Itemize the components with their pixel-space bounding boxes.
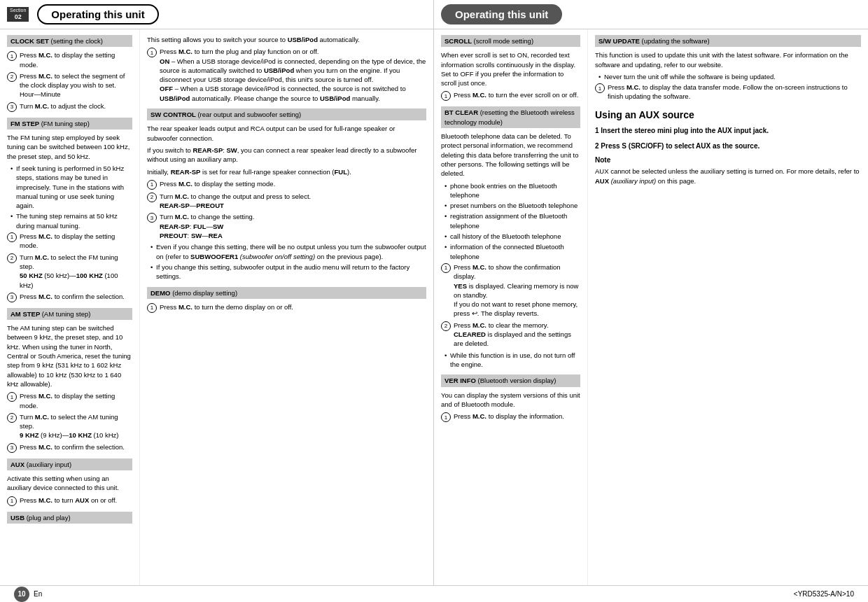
sw-ctrl-bullet-1: • Even if you change this setting, there…	[147, 242, 426, 261]
section-num: 02	[15, 13, 22, 21]
using-aux-section: Using an AUX source 1 Insert the stereo …	[595, 108, 861, 186]
header: Section 02 Operating this unit Operating…	[0, 0, 868, 29]
step-num-2: 2	[7, 72, 17, 82]
clock-step-2: 2 Press M.C. to select the segment of th…	[7, 71, 132, 99]
fm-step-1: 1 Press M.C. to display the setting mode…	[7, 232, 132, 251]
fm-step-2: 2 Turn M.C. to select the FM tuning step…	[7, 253, 132, 290]
using-aux-title: Using an AUX source	[595, 108, 861, 122]
usb-step-1: 1 Press M.C. to turn the plug and play f…	[147, 47, 426, 103]
am-step-3: 3 Press M.C. to confirm the selection.	[7, 442, 132, 453]
page-title-left: Operating this unit	[37, 4, 158, 24]
step-text-3: Turn M.C. to adjust the clock.	[20, 102, 132, 112]
left-panel: CLOCK SET (setting the clock) 1 Press M.…	[0, 29, 434, 585]
sw-control-header: SW CONTROL (rear output and subwoofer se…	[147, 108, 426, 120]
fm-step-body: The FM tuning step employed by seek tuni…	[7, 133, 132, 161]
step-num-3: 3	[7, 102, 17, 112]
step-text-1: Press M.C. to display the setting mode.	[20, 50, 132, 69]
bt-bullet-4: • call history of the Bluetooth telephon…	[441, 232, 580, 241]
sw-ctrl-bullet-2: • If you change this setting, subwoofer …	[147, 262, 426, 281]
column-1: CLOCK SET (setting the clock) 1 Press M.…	[0, 29, 140, 585]
ver-info-header: VER INFO (Bluetooth version display)	[441, 374, 580, 386]
bt-bullet-3: • registration assignment of the Bluetoo…	[441, 211, 580, 230]
aux-header: AUX (auxiliary input)	[7, 458, 132, 470]
sw-ctrl-body3: Initially, REAR-SP is set for rear full-…	[147, 167, 426, 176]
sw-update-bullet-1: • Never turn the unit off while the soft…	[595, 72, 861, 81]
using-aux-step1: 1 Insert the stereo mini plug into the A…	[595, 126, 861, 136]
using-aux-note-hdr: Note	[595, 155, 861, 165]
sw-update-header: S/W UPDATE (updating the software)	[595, 35, 861, 47]
bt-step-1: 1 Press M.C. to show the confirmation di…	[441, 262, 580, 318]
step-text-2: Press M.C. to select the segment of the …	[20, 71, 132, 99]
bt-bullet-6: • While this function is in use, do not …	[441, 351, 580, 370]
scroll-header: SCROLL (scroll mode setting)	[441, 35, 580, 47]
page-number: 10	[14, 587, 29, 602]
column-2: This setting allows you to switch your s…	[140, 29, 433, 585]
scroll-step-1: 1 Press M.C. to turn the ever scroll on …	[441, 90, 580, 101]
bt-bullet-1: • phone book entries on the Bluetooth te…	[441, 181, 580, 200]
footer-lang: En	[34, 590, 42, 598]
column-4: S/W UPDATE (updating the software) This …	[588, 29, 868, 585]
page-title-right: Operating this unit	[441, 4, 562, 24]
aux-body: Activate this setting when using an auxi…	[7, 474, 132, 493]
sw-update-body: This function is used to update this uni…	[595, 50, 861, 69]
fm-bullet-1: • If seek tuning is performed in 50 kHz …	[7, 164, 132, 210]
demo-header: DEMO (demo display setting)	[147, 287, 426, 299]
usb-body: This setting allows you to switch your s…	[147, 35, 426, 44]
am-step-header: AM STEP (AM tuning step)	[7, 308, 132, 320]
fm-bullet-2: • The tuning step remains at 50 kHz duri…	[7, 211, 132, 230]
using-aux-step2: 2 Press S (SRC/OFF) to select AUX as the…	[595, 141, 861, 151]
ver-info-step-1: 1 Press M.C. to display the information.	[441, 412, 580, 422]
sw-update-step-1: 1 Press M.C. to display the data transfe…	[595, 83, 861, 102]
sw-ctrl-step-3: 3 Turn M.C. to change the setting.REAR-S…	[147, 212, 426, 240]
demo-step-1: 1 Press M.C. to turn the demo display on…	[147, 302, 426, 313]
clock-step-3: 3 Turn M.C. to adjust the clock.	[7, 102, 132, 112]
step-num-1: 1	[7, 51, 17, 61]
content: CLOCK SET (setting the clock) 1 Press M.…	[0, 29, 868, 585]
sw-ctrl-body2: If you switch to REAR-SP: SW, you can co…	[147, 146, 426, 164]
header-right: Operating this unit	[434, 0, 868, 29]
am-step-body: The AM tuning step can be switched betwe…	[7, 323, 132, 388]
column-3: SCROLL (scroll mode setting) When ever s…	[434, 29, 588, 585]
footer: 10 En <YRD5325-A/N>10	[0, 585, 868, 602]
sw-ctrl-step-2: 2 Turn M.C. to change the output and pre…	[147, 192, 426, 211]
fm-step-header: FM STEP (FM tuning step)	[7, 118, 132, 130]
ver-info-body: You can display the system versions of t…	[441, 391, 580, 410]
aux-step-1: 1 Press M.C. to turn AUX on or off.	[7, 496, 132, 506]
usb-header: USB (plug and play)	[7, 512, 132, 524]
sw-ctrl-body1: The rear speaker leads output and RCA ou…	[147, 124, 426, 143]
am-step-2: 2 Turn M.C. to select the AM tuning step…	[7, 412, 132, 440]
footer-code: <YRD5325-A/N>10	[794, 590, 854, 598]
section-label: Section	[10, 8, 26, 13]
clock-set-header: CLOCK SET (setting the clock)	[7, 35, 132, 47]
bt-step-2: 2 Press M.C. to clear the memory.CLEARED…	[441, 321, 580, 349]
header-left: Section 02 Operating this unit	[0, 0, 434, 29]
fm-step-3: 3 Press M.C. to confirm the selection.	[7, 292, 132, 302]
sw-ctrl-step-1: 1 Press M.C. to display the setting mode…	[147, 179, 426, 190]
using-aux-note: AUX cannot be selected unless the auxili…	[595, 167, 861, 186]
page: Section 02 Operating this unit Operating…	[0, 0, 868, 602]
am-step-1: 1 Press M.C. to display the setting mode…	[7, 391, 132, 410]
section-badge: Section 02	[7, 7, 29, 22]
scroll-body: When ever scroll is set to ON, recorded …	[441, 50, 580, 88]
clock-step-1: 1 Press M.C. to display the setting mode…	[7, 50, 132, 69]
bt-bullet-2: • preset numbers on the Bluetooth teleph…	[441, 201, 580, 210]
bt-bullet-5: • information of the connected Bluetooth…	[441, 242, 580, 261]
bt-clear-header: BT CLEAR (resetting the Bluetooth wirele…	[441, 106, 580, 128]
bt-clear-body: Bluetooth telephone data can be deleted.…	[441, 132, 580, 178]
right-panel: SCROLL (scroll mode setting) When ever s…	[434, 29, 868, 585]
clock-set-title: CLOCK SET (setting the clock)	[10, 37, 103, 45]
